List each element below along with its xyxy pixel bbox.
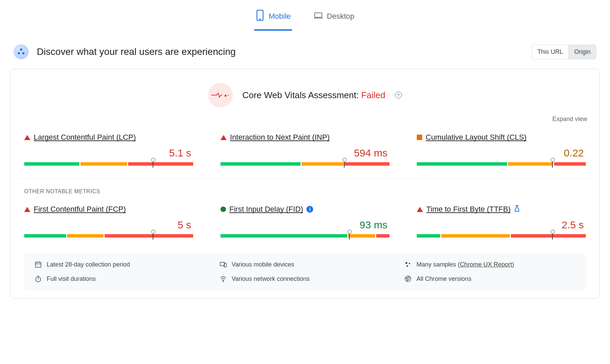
metric-lcp-bar [24, 162, 193, 166]
svg-point-5 [18, 52, 20, 55]
flask-icon[interactable] [514, 205, 520, 214]
info-samples: Many samples (Chrome UX Report) [404, 261, 576, 268]
metric-ttfb-value: 2.5 s [417, 219, 586, 231]
crux-icon [14, 44, 29, 59]
triangle-red-icon [417, 207, 423, 212]
scope-toggle: This URL Origin [532, 45, 596, 59]
svg-point-18 [36, 277, 41, 282]
tab-desktop-label: Desktop [327, 12, 354, 21]
circle-green-icon [220, 207, 226, 212]
info-devices: Various mobile devices [219, 261, 391, 268]
info-icon[interactable]: i [306, 206, 313, 213]
metric-ttfb-bar [417, 234, 586, 238]
assessment-text: Core Web Vitals Assessment: Failed [242, 90, 385, 101]
svg-rect-2 [315, 13, 322, 17]
pulse-icon [208, 83, 233, 107]
metric-cls-value: 0.22 [417, 147, 586, 159]
tab-mobile[interactable]: Mobile [254, 6, 292, 31]
triangle-red-icon [220, 135, 227, 140]
metric-lcp: Largest Contentful Paint (LCP) 5.1 s [24, 133, 193, 166]
info-versions: All Chrome versions [404, 275, 576, 283]
assessment-status: Failed [361, 90, 385, 100]
svg-point-4 [20, 48, 22, 51]
info-period-text: Latest 28-day collection period [47, 261, 130, 268]
page-title: Discover what your real users are experi… [37, 46, 236, 57]
metric-fcp: First Contentful Paint (FCP) 5 s [24, 205, 193, 238]
svg-point-6 [22, 52, 25, 55]
square-orange-icon [417, 135, 422, 140]
info-versions-text: All Chrome versions [416, 275, 471, 283]
data-context-box: Latest 28-day collection period Various … [24, 253, 586, 290]
svg-point-15 [406, 262, 408, 264]
triangle-red-icon [24, 207, 30, 212]
info-durations-text: Full visit durations [47, 275, 96, 283]
desktop-icon [314, 10, 323, 23]
network-icon [219, 275, 227, 283]
help-icon[interactable]: ? [395, 92, 402, 98]
svg-rect-9 [35, 262, 41, 268]
metric-fid-name[interactable]: First Input Delay (FID) [229, 205, 303, 214]
stopwatch-icon [34, 275, 42, 283]
metric-fcp-bar [24, 234, 193, 238]
info-devices-text: Various mobile devices [232, 261, 294, 268]
metric-fcp-value: 5 s [24, 219, 193, 231]
tab-mobile-label: Mobile [269, 12, 291, 21]
svg-rect-13 [220, 262, 224, 266]
metric-fid-value: 93 ms [220, 219, 390, 231]
triangle-red-icon [24, 135, 30, 140]
metric-inp: Interaction to Next Paint (INP) 594 ms [220, 133, 390, 166]
mobile-icon [256, 10, 264, 23]
svg-point-17 [407, 265, 408, 267]
info-period: Latest 28-day collection period [34, 261, 206, 268]
info-network: Various network connections [219, 275, 391, 283]
metric-fcp-name[interactable]: First Contentful Paint (FCP) [34, 205, 126, 214]
assessment-prefix: Core Web Vitals Assessment: [242, 90, 361, 100]
devices-icon [219, 261, 227, 268]
metric-inp-value: 594 ms [220, 147, 390, 159]
other-metrics-label: OTHER NOTABLE METRICS [17, 179, 593, 195]
crux-report-link[interactable]: Chrome UX Report [460, 261, 512, 268]
metric-cls: Cumulative Layout Shift (CLS) 0.22 [417, 133, 586, 166]
metric-ttfb: Time to First Byte (TTFB) 2.5 s [417, 205, 586, 238]
svg-marker-7 [224, 94, 227, 96]
metric-cls-bar [417, 162, 586, 166]
svg-point-16 [409, 263, 410, 264]
toggle-origin[interactable]: Origin [568, 45, 596, 59]
chrome-icon [404, 275, 412, 283]
toggle-this-url[interactable]: This URL [532, 45, 568, 59]
calendar-icon [34, 261, 42, 268]
metric-inp-bar [220, 162, 390, 166]
metric-lcp-name[interactable]: Largest Contentful Paint (LCP) [34, 133, 136, 142]
info-samples-prefix: Many samples ( [416, 261, 460, 268]
metric-cls-name[interactable]: Cumulative Layout Shift (CLS) [426, 133, 527, 142]
metric-fid: First Input Delay (FID) i 93 ms [220, 205, 390, 238]
info-samples-suffix: ) [512, 261, 514, 268]
metric-ttfb-name[interactable]: Time to First Byte (TTFB) [426, 205, 510, 214]
tab-desktop[interactable]: Desktop [312, 6, 356, 31]
svg-point-21 [223, 281, 224, 282]
metric-fid-bar [220, 234, 390, 238]
info-durations: Full visit durations [34, 275, 206, 283]
samples-icon [404, 261, 412, 268]
info-network-text: Various network connections [232, 275, 310, 283]
metric-inp-name[interactable]: Interaction to Next Paint (INP) [230, 133, 330, 142]
vitals-card: Core Web Vitals Assessment: Failed ? Exp… [10, 69, 600, 299]
expand-view-link[interactable]: Expand view [552, 116, 587, 122]
metric-lcp-value: 5.1 s [24, 147, 193, 159]
